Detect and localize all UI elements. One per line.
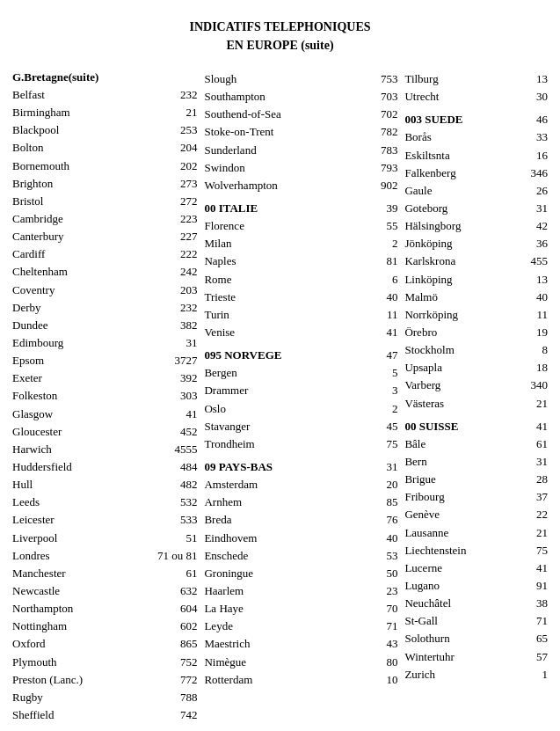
list-item: Oxford865 (12, 635, 197, 653)
list-item: Stoke-on-Trent782 (204, 123, 397, 141)
list-item: Enschede53 (204, 547, 397, 565)
list-item: Trondheim75 (204, 435, 397, 453)
list-item: Neuchâtel38 (404, 595, 548, 612)
list-item: La Haye70 (204, 600, 397, 618)
list-item: Glasgow41 (12, 406, 197, 423)
list-item: Slough753 (204, 70, 397, 88)
section-header: 09 PAYS-BAS31 (204, 458, 397, 476)
list-item: Epsom3727 (12, 352, 197, 369)
list-item: Dundee382 (12, 317, 197, 334)
list-item: Bâle61 (404, 435, 548, 453)
list-item: Wintertuhr57 (404, 648, 548, 666)
list-item: Norrköping11 (404, 306, 548, 324)
list-item: Exeter392 (12, 369, 197, 387)
list-item: Groningue50 (204, 565, 397, 582)
list-item: Rome6 (204, 271, 397, 289)
list-item: Coventry203 (12, 281, 197, 299)
list-item: Arnhem85 (204, 493, 397, 511)
list-item: Leeds532 (12, 493, 197, 511)
list-item: Gloucester452 (12, 423, 197, 441)
list-item: Breda76 (204, 511, 397, 529)
list-item: Hälsingborg42 (404, 217, 548, 235)
list-item: Goteborg31 (404, 200, 548, 217)
list-item: Sheffield742 (12, 706, 197, 724)
list-item: Utrecht30 (404, 88, 548, 106)
col1-entries: Belfast232Birmingham21Blackpool253Bolton… (12, 86, 197, 724)
col2-paysbas: 09 PAYS-BAS31Amsterdam20Arnhem85Breda76E… (204, 458, 397, 689)
list-item: Jönköping36 (404, 235, 548, 252)
section-header: 095 NORVEGE47 (204, 347, 397, 364)
list-item: Plymouth752 (12, 654, 197, 671)
list-item: Amsterdam20 (204, 476, 397, 493)
list-item: Belfast232 (12, 86, 197, 104)
list-item: Brigue28 (404, 471, 548, 488)
list-item: Manchester61 (12, 565, 197, 582)
list-item: Blackpool253 (12, 121, 197, 139)
list-item: Lugano91 (404, 577, 548, 595)
list-item: Genève22 (404, 506, 548, 523)
list-item: Lucerne41 (404, 559, 548, 577)
list-item: Falkenberg346 (404, 164, 548, 182)
list-item: Drammer3 (204, 382, 397, 399)
list-item: Hull482 (12, 476, 197, 493)
list-item: Lausanne21 (404, 524, 548, 542)
list-item: Borås33 (404, 128, 548, 146)
list-item: Cambridge223 (12, 210, 197, 228)
list-item: Cardiff222 (12, 245, 197, 263)
list-item: Stavanger45 (204, 418, 397, 435)
list-item: Upsapla18 (404, 359, 548, 376)
list-item: Bristol272 (12, 193, 197, 210)
list-item: Tilburg13 (404, 70, 548, 88)
list-item: Harwich4555 (12, 441, 197, 458)
list-item: Southend-of-Sea702 (204, 106, 397, 123)
col2-norvege: 095 NORVEGE47Bergen5Drammer3Oslo2Stavang… (204, 347, 397, 453)
list-item: Fribourg37 (404, 488, 548, 506)
list-item: Haarlem23 (204, 582, 397, 600)
list-item: Birmingham21 (12, 104, 197, 121)
list-item: Västeras21 (404, 395, 548, 413)
list-item: Folkeston303 (12, 387, 197, 405)
list-item: Bornemouth202 (12, 157, 197, 175)
col3-top-entries: Tilburg13Utrecht30 (404, 70, 548, 106)
list-item: Wolverhampton902 (204, 177, 397, 194)
list-item: Eindhovem40 (204, 530, 397, 547)
list-item: Oslo2 (204, 400, 397, 418)
list-item: Northampton604 (12, 600, 197, 618)
list-item: Trieste40 (204, 289, 397, 306)
column-1: G.Bretagne(suite) Belfast232Birmingham21… (9, 70, 200, 724)
list-item: Leicester533 (12, 511, 197, 529)
list-item: Gaule26 (404, 182, 548, 200)
list-item: Newcastle632 (12, 582, 197, 600)
list-item: Linköping13 (404, 271, 548, 289)
col1-header: G.Bretagne(suite) (12, 70, 197, 84)
list-item: Rugby788 (12, 689, 197, 706)
list-item: Maestrich43 (204, 635, 397, 653)
list-item: Bern31 (404, 453, 548, 471)
list-item: Leyde71 (204, 618, 397, 635)
list-item: Örebro19 (404, 324, 548, 341)
list-item: Sunderland783 (204, 142, 397, 159)
column-2: Slough753Southampton703Southend-of-Sea70… (200, 70, 401, 689)
list-item: Zurich1 (404, 666, 548, 683)
col2-italie: 00 ITALIE39Florence55Milan2Naples81Rome6… (204, 200, 397, 341)
list-item: Southampton703 (204, 88, 397, 106)
list-item: Preston (Lanc.)772 (12, 671, 197, 689)
list-item: Swindon793 (204, 159, 397, 177)
list-item: Bergen5 (204, 364, 397, 382)
col3-suede: 003 SUEDE46Borås33Eskiltsnta16Falkenberg… (404, 111, 548, 412)
list-item: Milan2 (204, 235, 397, 252)
list-item: Nimègue80 (204, 654, 397, 671)
list-item: Derby232 (12, 299, 197, 317)
section-header: 00 SUISSE41 (404, 418, 548, 435)
section-header: 00 ITALIE39 (204, 200, 397, 217)
list-item: Brighton273 (12, 175, 197, 193)
list-item: Varberg340 (404, 376, 548, 394)
list-item: St-Gall71 (404, 612, 548, 630)
list-item: Huddersfield484 (12, 458, 197, 476)
list-item: Turin11 (204, 306, 397, 324)
page-title: INDICATIFS TELEPHONIQUES EN EUROPE (suit… (9, 18, 551, 55)
list-item: Rotterdam10 (204, 671, 397, 689)
list-item: Canterbury227 (12, 228, 197, 245)
list-item: Venise41 (204, 324, 397, 341)
list-item: Solothurn65 (404, 630, 548, 647)
